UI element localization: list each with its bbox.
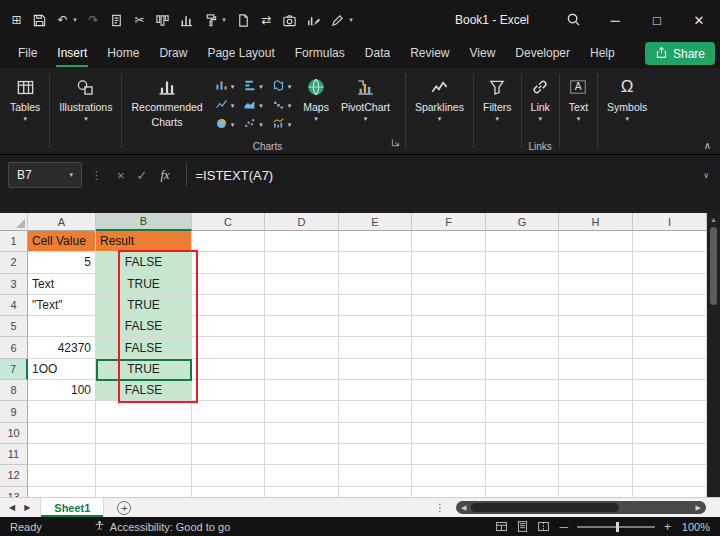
cell-D6[interactable]	[265, 337, 339, 358]
cell-C2[interactable]	[192, 252, 265, 273]
cell-F13[interactable]	[412, 487, 486, 497]
insert-bar-chart-button[interactable]: ▾	[240, 77, 266, 96]
spreadsheet[interactable]: ABCDEFGHI1Cell ValueResult25FALSE3TextTR…	[0, 213, 707, 497]
cell-H13[interactable]	[559, 487, 633, 497]
row-header-11[interactable]: 11	[0, 444, 28, 465]
cell-I7[interactable]	[633, 359, 707, 380]
name-box[interactable]: B7 ▾	[8, 162, 82, 188]
cell-I10[interactable]	[633, 423, 707, 444]
zoom-in-button[interactable]: +	[664, 520, 671, 534]
column-header-f[interactable]: F	[412, 213, 486, 231]
cell-E9[interactable]	[339, 401, 412, 422]
undo-dropdown-icon[interactable]: ▾	[72, 12, 78, 28]
cell-H1[interactable]	[559, 231, 633, 252]
normal-view-button[interactable]	[495, 520, 508, 533]
cell-B6[interactable]: FALSE	[96, 337, 192, 358]
cell-D1[interactable]	[265, 231, 339, 252]
cell-B11[interactable]	[96, 444, 192, 465]
cell-I11[interactable]	[633, 444, 707, 465]
undo-icon[interactable]: ↶	[56, 12, 69, 28]
column-header-h[interactable]: H	[559, 213, 633, 231]
row-header-8[interactable]: 8	[0, 380, 28, 401]
tab-page-layout[interactable]: Page Layout	[197, 40, 284, 68]
filters-button[interactable]: Filters ▾	[477, 72, 518, 125]
cell-E2[interactable]	[339, 252, 412, 273]
cut-icon[interactable]: ✂	[133, 12, 146, 28]
cancel-icon[interactable]: ×	[117, 168, 125, 183]
tab-draw[interactable]: Draw	[149, 40, 197, 68]
redo-icon[interactable]: ↷	[87, 12, 100, 28]
tab-help[interactable]: Help	[580, 40, 625, 68]
minimize-button[interactable]: ─	[594, 0, 636, 40]
cell-C9[interactable]	[192, 401, 265, 422]
cell-E11[interactable]	[339, 444, 412, 465]
tab-home[interactable]: Home	[97, 40, 149, 68]
cell-I5[interactable]	[633, 316, 707, 337]
cell-D8[interactable]	[265, 380, 339, 401]
tab-developer[interactable]: Developer	[505, 40, 580, 68]
cell-D12[interactable]	[265, 465, 339, 486]
cell-C6[interactable]	[192, 337, 265, 358]
chart-draw-icon[interactable]	[306, 12, 321, 28]
cell-I3[interactable]	[633, 274, 707, 295]
scroll-up-icon[interactable]: ▲	[710, 216, 717, 223]
close-button[interactable]: ✕	[678, 0, 720, 40]
cell-F8[interactable]	[412, 380, 486, 401]
cell-G1[interactable]	[486, 231, 559, 252]
cell-G5[interactable]	[486, 316, 559, 337]
charts-dialog-launcher-icon[interactable]	[391, 133, 400, 151]
zoom-level[interactable]: 100%	[680, 521, 710, 533]
cell-E7[interactable]	[339, 359, 412, 380]
cell-A3[interactable]: Text	[28, 274, 96, 295]
horizontal-scrollbar-thumb[interactable]	[471, 503, 619, 512]
collapse-ribbon-icon[interactable]: ∧	[704, 141, 711, 151]
save-icon[interactable]	[32, 12, 47, 28]
row-header-7[interactable]: 7	[0, 359, 28, 380]
cell-C11[interactable]	[192, 444, 265, 465]
tab-scroll-divider[interactable]: ⋮	[435, 502, 445, 513]
clipboard-icon[interactable]	[109, 12, 124, 28]
status-mode[interactable]: Ready	[10, 521, 42, 533]
cell-D11[interactable]	[265, 444, 339, 465]
name-box-resize-handle[interactable]: ⋮	[91, 169, 102, 182]
insert-scatter-chart-button[interactable]: ▾	[240, 115, 266, 134]
row-header-10[interactable]: 10	[0, 423, 28, 444]
row-header-1[interactable]: 1	[0, 231, 28, 252]
share-button[interactable]: Share	[645, 42, 715, 65]
link-button[interactable]: Link ▾	[525, 72, 556, 125]
kanban-icon[interactable]	[155, 12, 170, 28]
cell-F5[interactable]	[412, 316, 486, 337]
cell-G8[interactable]	[486, 380, 559, 401]
cell-B3[interactable]: TRUE	[96, 274, 192, 295]
cell-E3[interactable]	[339, 274, 412, 295]
cell-G4[interactable]	[486, 295, 559, 316]
cell-A6[interactable]: 42370	[28, 337, 96, 358]
tab-file[interactable]: File	[8, 40, 47, 68]
cell-B1[interactable]: Result	[96, 231, 192, 252]
tab-data[interactable]: Data	[355, 40, 400, 68]
cell-H10[interactable]	[559, 423, 633, 444]
column-header-a[interactable]: A	[28, 213, 96, 231]
enter-icon[interactable]: ✓	[137, 168, 148, 183]
cell-F2[interactable]	[412, 252, 486, 273]
cell-G13[interactable]	[486, 487, 559, 497]
cell-B2[interactable]: FALSE	[96, 252, 192, 273]
cell-I8[interactable]	[633, 380, 707, 401]
cell-D13[interactable]	[265, 487, 339, 497]
cell-B7[interactable]: TRUE	[96, 359, 192, 380]
cell-A7[interactable]: 1OO	[28, 359, 96, 380]
cell-E6[interactable]	[339, 337, 412, 358]
row-header-3[interactable]: 3	[0, 274, 28, 295]
cell-E4[interactable]	[339, 295, 412, 316]
cell-F10[interactable]	[412, 423, 486, 444]
column-header-d[interactable]: D	[265, 213, 339, 231]
cell-H7[interactable]	[559, 359, 633, 380]
recommended-charts-button[interactable]: Recommended Charts	[125, 72, 208, 131]
row-header-12[interactable]: 12	[0, 465, 28, 486]
cell-C1[interactable]	[192, 231, 265, 252]
insert-pie-chart-button[interactable]: ▾	[212, 115, 238, 134]
insert-combo-chart-button[interactable]: ▾	[269, 115, 295, 134]
cell-B4[interactable]: TRUE	[96, 295, 192, 316]
cell-G9[interactable]	[486, 401, 559, 422]
cell-G2[interactable]	[486, 252, 559, 273]
